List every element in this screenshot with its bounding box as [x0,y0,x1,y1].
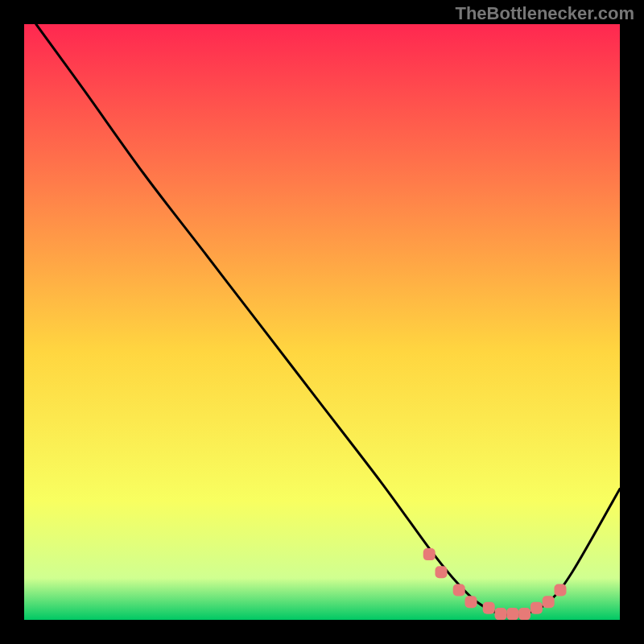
gradient-background [24,24,620,620]
highlight-marker [465,596,477,608]
highlight-marker [483,602,495,614]
highlight-marker [453,584,465,597]
watermark-text: TheBottleneсker.com [455,3,634,24]
chart-svg [24,24,620,620]
highlight-marker [518,608,530,620]
chart-container: TheBottleneсker.com [0,0,644,644]
highlight-marker [543,596,555,608]
plot-area [24,24,620,620]
highlight-marker [423,548,436,560]
highlight-marker [495,608,507,620]
highlight-marker [530,602,543,614]
highlight-marker [506,608,518,620]
highlight-marker [555,584,567,597]
highlight-marker [436,566,448,578]
